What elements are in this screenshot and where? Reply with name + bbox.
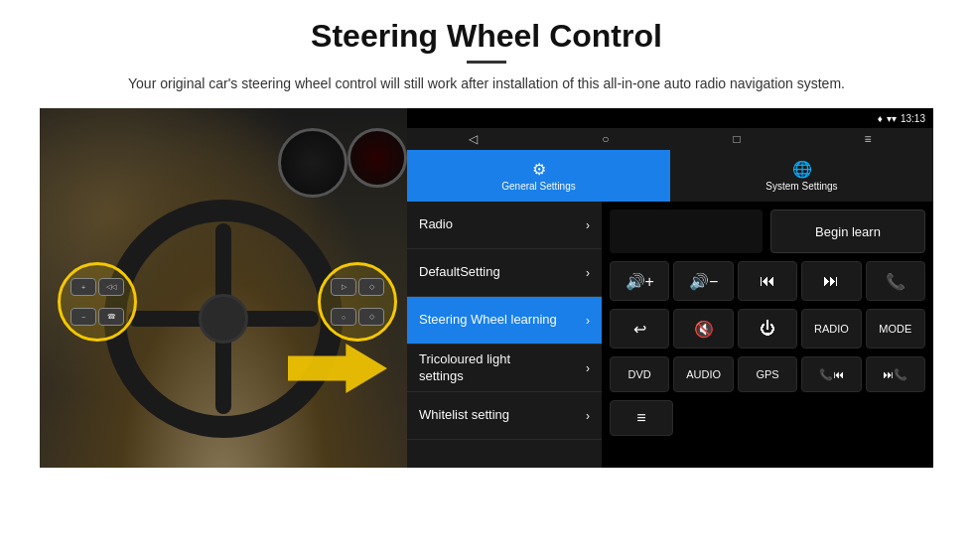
page-subtitle: Your original car's steering wheel contr… (40, 73, 933, 94)
dvd-label: DVD (628, 368, 651, 380)
blank-input-box (610, 210, 763, 253)
right-panel: Begin learn 🔊+ 🔊− ⏮ (602, 202, 933, 468)
controls-row-4: ≡ (610, 400, 925, 436)
menu-nav-icon[interactable]: ≡ (865, 132, 872, 146)
status-icons: ♦ ▾▾ 13:13 (878, 113, 925, 124)
menu-item-steering-label: Steering Wheel learning (419, 312, 557, 329)
car-photo: + ◁◁ − ☎ ▷ ◇ ○ ◇ (40, 108, 407, 468)
sw-btn-src: ◁◁ (98, 278, 124, 296)
back-nav-icon[interactable]: ◁ (469, 132, 478, 146)
home-nav-icon[interactable]: ○ (602, 132, 609, 146)
tab-general-label: General Settings (501, 181, 576, 192)
controls-row-2: ↩ 🔇 ⏻ RADIO MODE (610, 309, 925, 349)
menu-arrow-steering: › (586, 314, 590, 328)
android-ui: ♦ ▾▾ 13:13 ◁ ○ □ ≡ ⚙ General Settings (407, 108, 933, 468)
controls-row-1: 🔊+ 🔊− ⏮ ⏭ 📞 (610, 261, 925, 301)
yellow-arrow (288, 329, 387, 408)
radio-label: RADIO (814, 323, 849, 335)
sw-btn-r2: ◇ (358, 278, 384, 296)
ctrl-dvd[interactable]: DVD (610, 356, 669, 392)
sw-btn-r1: ▷ (331, 278, 356, 296)
menu-arrow-whitelist: › (586, 409, 590, 423)
tab-system-label: System Settings (765, 181, 837, 192)
gauge-left (278, 128, 348, 198)
location-icon: ♦ (878, 113, 883, 124)
menu-item-tricoloured[interactable]: Tricoloured lightsettings › (407, 345, 602, 392)
call-icon: 📞 (886, 272, 905, 291)
audio-label: AUDIO (686, 368, 721, 380)
ctrl-vol-up[interactable]: 🔊+ (610, 261, 669, 301)
menu-item-default[interactable]: DefaultSetting › (407, 249, 602, 297)
highlight-circle-left: + ◁◁ − ☎ (58, 262, 137, 342)
menu-arrow-default: › (586, 266, 590, 280)
left-menu: Radio › DefaultSetting › Steering Wheel … (407, 202, 602, 468)
menu-item-default-label: DefaultSetting (419, 264, 500, 281)
mode-label: MODE (879, 323, 911, 335)
tab-system-settings[interactable]: 🌐 System Settings (670, 150, 933, 202)
gauge-right (348, 128, 407, 188)
mute-icon: 🔇 (694, 320, 714, 339)
status-bar: ♦ ▾▾ 13:13 (407, 108, 933, 128)
controls-row-3: DVD AUDIO GPS 📞⏮ ⏭📞 (610, 356, 925, 392)
vol-down-icon: 🔊− (689, 272, 718, 291)
menu-arrow-radio: › (586, 218, 590, 232)
menu-area: Radio › DefaultSetting › Steering Wheel … (407, 202, 933, 468)
list-icon: ≡ (636, 409, 645, 427)
ctrl-call[interactable]: 📞 (866, 261, 925, 301)
title-divider (467, 61, 506, 64)
sw-btn-minus: − (70, 308, 96, 326)
menu-arrow-tricoloured: › (586, 361, 590, 375)
gps-label: GPS (756, 368, 778, 380)
menu-item-radio[interactable]: Radio › (407, 202, 602, 249)
ctrl-gps[interactable]: GPS (738, 356, 797, 392)
nav-bar: ◁ ○ □ ≡ (407, 128, 933, 150)
ctrl-mode[interactable]: MODE (866, 309, 925, 349)
content-area: + ◁◁ − ☎ ▷ ◇ ○ ◇ ♦ ▾▾ (40, 108, 933, 468)
sw-btn-plus: + (70, 278, 96, 296)
tel-prev-icon: 📞⏮ (819, 368, 844, 381)
tel-next-icon: ⏭📞 (883, 368, 907, 381)
ctrl-prev[interactable]: ⏮ (738, 261, 797, 301)
system-settings-icon: 🌐 (792, 160, 812, 179)
vol-up-icon: 🔊+ (626, 272, 654, 291)
ctrl-next[interactable]: ⏭ (801, 261, 861, 301)
ctrl-audio[interactable]: AUDIO (673, 356, 733, 392)
tab-bar: ⚙ General Settings 🌐 System Settings (407, 150, 933, 202)
menu-item-radio-label: Radio (419, 216, 453, 233)
answer-icon: ↩ (633, 320, 646, 339)
sw-btn-r3: ○ (331, 308, 356, 326)
page-title: Steering Wheel Control (40, 18, 933, 55)
ctrl-tel-prev[interactable]: 📞⏮ (801, 356, 861, 392)
menu-item-whitelist-label: Whitelist setting (419, 407, 509, 424)
ctrl-mute[interactable]: 🔇 (673, 309, 733, 349)
svg-marker-0 (288, 344, 387, 393)
menu-item-steering[interactable]: Steering Wheel learning › (407, 297, 602, 345)
begin-learn-label: Begin learn (815, 224, 881, 239)
ctrl-vol-down[interactable]: 🔊− (673, 261, 733, 301)
ctrl-radio[interactable]: RADIO (801, 309, 861, 349)
time-display: 13:13 (901, 113, 925, 124)
signal-icon: ▾▾ (887, 113, 897, 124)
ctrl-list[interactable]: ≡ (610, 400, 673, 436)
menu-item-whitelist[interactable]: Whitelist setting › (407, 392, 602, 440)
sw-btn-r4: ◇ (358, 308, 384, 326)
recent-nav-icon[interactable]: □ (733, 132, 740, 146)
ctrl-power[interactable]: ⏻ (738, 309, 797, 349)
begin-learn-button[interactable]: Begin learn (770, 210, 925, 253)
ctrl-tel-next[interactable]: ⏭📞 (866, 356, 925, 392)
top-row: Begin learn (610, 210, 925, 253)
sw-btn-call: ☎ (98, 308, 124, 326)
prev-icon: ⏮ (760, 272, 775, 290)
tab-general-settings[interactable]: ⚙ General Settings (407, 150, 670, 202)
sw-center (199, 294, 248, 344)
next-icon: ⏭ (823, 272, 839, 290)
ctrl-answer[interactable]: ↩ (610, 309, 669, 349)
general-settings-icon: ⚙ (532, 160, 546, 179)
menu-item-tricoloured-label: Tricoloured lightsettings (419, 351, 510, 385)
power-icon: ⏻ (760, 320, 775, 338)
